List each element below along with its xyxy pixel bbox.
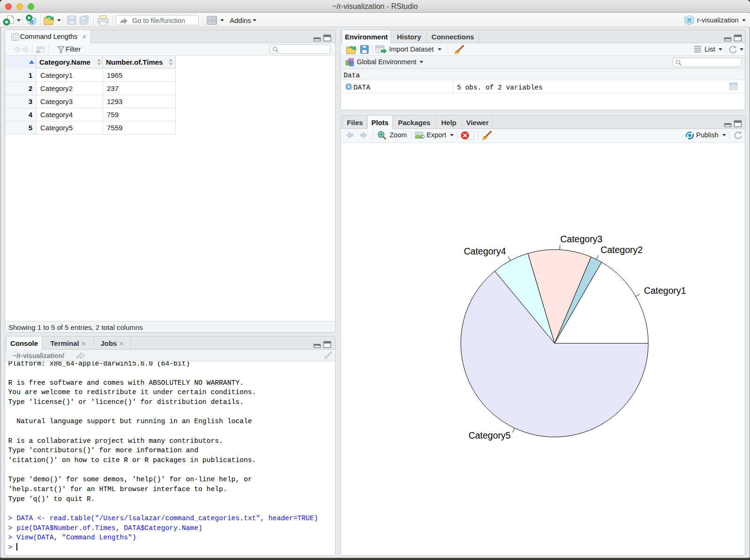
svg-text:Category3: Category3	[560, 234, 602, 244]
svg-text:Category4: Category4	[464, 246, 506, 256]
svg-text:R: R	[687, 17, 691, 24]
svg-text:Category2: Category2	[600, 245, 643, 255]
svg-text:Category1: Category1	[644, 285, 686, 296]
svg-text:Category5: Category5	[468, 430, 510, 441]
